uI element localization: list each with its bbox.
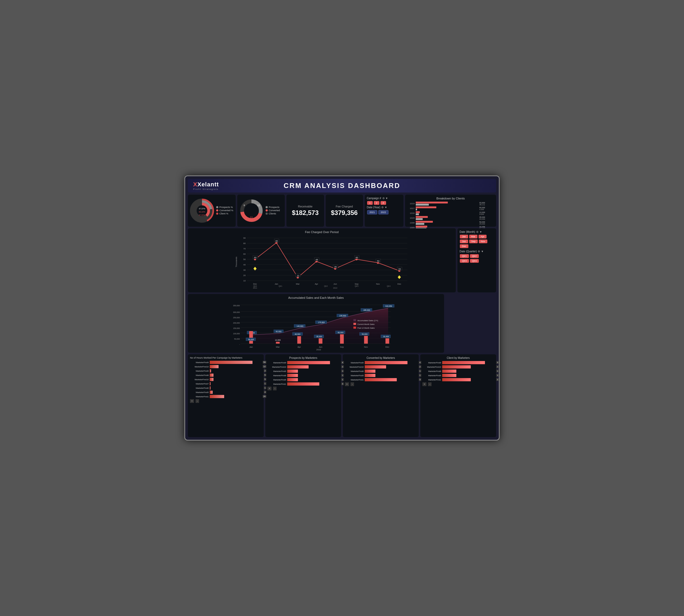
marketer-bar-wrap: 1 <box>442 374 494 377</box>
breakdown-id: 1016 <box>407 212 415 214</box>
rec-bar <box>416 223 424 225</box>
marketer-bar <box>442 370 456 373</box>
fee-bar <box>416 216 428 218</box>
fee-chart-card: Fee Charged Over Period 90 80 70 60 50 4… <box>188 228 456 292</box>
marketer-bar-wrap: 1 <box>365 370 416 373</box>
svg-text:Thousands: Thousands <box>235 257 237 267</box>
month-jun[interactable]: Jun <box>460 240 468 243</box>
marketer-bar-wrap: 4 <box>287 361 339 364</box>
fee-bar <box>416 221 433 223</box>
hours-bar-wrap: 4 <box>210 391 261 394</box>
campaign-btn-3[interactable]: 3 <box>381 201 386 205</box>
breakdown-bars <box>416 206 478 211</box>
hours-bar <box>210 391 213 394</box>
donut2-v2: 12 <box>257 204 260 207</box>
year-btn-2022[interactable]: 2022 <box>378 210 388 214</box>
converted-minus[interactable]: - <box>350 382 354 386</box>
year-filter-icon: ⚙ ▼ <box>381 206 387 209</box>
qtr2-btn[interactable]: Qtr2 <box>470 254 479 258</box>
month-mar[interactable]: Mar <box>469 235 478 238</box>
sales-chart-card: Accumulated Sales and Each Month Sales 3… <box>188 294 444 353</box>
donut2-legend: Prospects Converted Clients <box>265 206 280 216</box>
svg-text:Past 12 Month Sales: Past 12 Month Sales <box>358 327 375 329</box>
svg-text:40: 40 <box>243 264 246 266</box>
month-dec[interactable]: Dec <box>460 244 468 248</box>
svg-rect-137 <box>354 327 356 329</box>
qtr1-btn[interactable]: Qtr1 <box>460 254 469 258</box>
legend-converted: Converted <box>269 209 280 212</box>
campaign-buttons[interactable]: 1 2 3 <box>367 201 401 205</box>
svg-text:Sep: Sep <box>340 346 344 348</box>
marketer-name: MarketerFirst10 <box>423 366 441 368</box>
marketer-val: 1 <box>341 378 344 381</box>
svg-text:285,900: 285,900 <box>363 309 370 311</box>
breakdown-id: 1017 <box>407 207 415 210</box>
breakdown-card: Breakdown by Clients 1019 93,900 38,111 … <box>405 195 496 227</box>
hours-plus[interactable]: + <box>190 399 194 403</box>
marketer-bar <box>287 382 319 386</box>
svg-text:2022: 2022 <box>316 349 321 351</box>
svg-text:70: 70 <box>243 247 246 250</box>
marketer-row: MarketerFirst5 1 <box>345 374 416 377</box>
marketer-name: MarketerFirst9 <box>345 361 364 364</box>
marketer-row: MarketerFirst9 4 <box>268 361 339 364</box>
svg-text:Jan: Jan <box>249 346 253 348</box>
prospects-plus[interactable]: + <box>268 387 272 390</box>
converted-controls[interactable]: + - <box>345 382 416 386</box>
hours-marketer-name: MarketerFirst5 <box>190 391 209 394</box>
hours-marketer-name: MarketerFirst8 <box>190 374 209 376</box>
prospects-minus[interactable]: - <box>273 387 277 390</box>
marketer-val: 2 <box>496 378 499 381</box>
month-jan[interactable]: Jan <box>460 235 468 238</box>
campaign-btn-2[interactable]: 2 <box>374 201 379 205</box>
kpi-fee-label: Fee Charged <box>336 205 353 208</box>
donut1-pct1: 47.37% <box>199 208 205 210</box>
hours-bar <box>210 365 218 368</box>
marketer-bar <box>287 370 298 373</box>
marketer-val: 1 <box>341 374 344 377</box>
breakdown-row: 1016 12,000 9,000 <box>407 211 494 215</box>
filter-campaign-title: Campaign # ⚙ ▼ <box>367 197 401 200</box>
breakdown-id: 1008 <box>407 222 415 224</box>
hours-val: 12 <box>263 365 266 368</box>
hours-bar-wrap: 12 <box>210 365 261 368</box>
svg-text:30: 30 <box>243 269 246 271</box>
svg-text:80: 80 <box>243 242 246 245</box>
svg-text:350,000: 350,000 <box>233 305 240 307</box>
sales-chart-title: Accumulated Sales and Each Month Sales <box>190 296 442 299</box>
svg-text:Apr: Apr <box>315 283 318 285</box>
campaign-btn-1[interactable]: 1 <box>367 201 373 205</box>
marketer-name: MarketerFirst1 <box>345 379 364 381</box>
fee-bar <box>416 202 448 203</box>
marketer-bar <box>442 374 456 377</box>
breakdown-bars <box>416 202 478 205</box>
month-buttons[interactable]: Jan Mar Apr <box>459 235 494 239</box>
marketer-row: MarketerFirst10 2 <box>268 365 339 369</box>
page-title: CRM ANALYSIS DASHBOARD <box>284 181 401 190</box>
kpi-receivable: Receivable $182,573 <box>286 195 324 227</box>
marketer-bar <box>442 365 471 369</box>
qtr3-btn[interactable]: Qtr3 <box>460 259 469 263</box>
marketer-bar <box>287 378 298 381</box>
legend-client-pct: Client % <box>219 212 229 215</box>
qtr4-btn[interactable]: Qtr4 <box>470 259 479 263</box>
converted-plus[interactable]: + <box>345 382 349 386</box>
hours-marketer-name: MarketerFirst9 <box>190 370 209 372</box>
hours-controls[interactable]: + - <box>190 399 261 403</box>
marketer-val: 2 <box>496 365 499 368</box>
month-nov[interactable]: Nov <box>479 240 487 243</box>
prospects-controls[interactable]: + - <box>268 387 339 390</box>
month-apr[interactable]: Apr <box>478 235 487 238</box>
rec-val: 20,000 <box>479 218 494 220</box>
year-buttons[interactable]: 2021 2022 <box>367 210 401 215</box>
svg-text:Jan: Jan <box>275 283 278 285</box>
client-plus[interactable]: + <box>423 382 426 386</box>
month-sep[interactable]: Sep <box>469 240 478 243</box>
client-minus[interactable]: - <box>428 382 431 386</box>
marketer-row: MarketerFirst1 3 <box>268 382 339 386</box>
client-controls[interactable]: + - <box>423 382 494 386</box>
marketer-bar-wrap: 3 <box>287 382 339 386</box>
hours-minus[interactable]: - <box>196 399 199 403</box>
breakdown-bars <box>416 211 478 215</box>
year-btn-2021[interactable]: 2021 <box>367 210 377 214</box>
